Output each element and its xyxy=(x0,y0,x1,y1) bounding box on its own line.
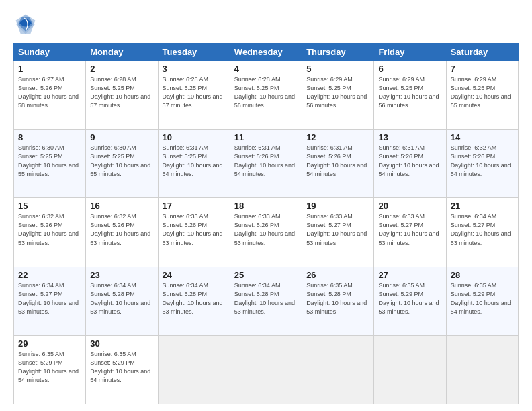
day-number: 29 xyxy=(18,338,81,349)
day-number: 13 xyxy=(378,132,441,142)
col-header-friday: Friday xyxy=(374,44,446,61)
day-number: 5 xyxy=(306,64,369,74)
day-number: 30 xyxy=(90,338,153,349)
col-header-sunday: Sunday xyxy=(14,44,86,61)
calendar-cell: 21Sunrise: 6:34 AMSunset: 5:27 PMDayligh… xyxy=(446,198,518,267)
day-detail: Sunrise: 6:31 AMSunset: 5:26 PMDaylight:… xyxy=(234,144,298,179)
day-detail: Sunrise: 6:28 AMSunset: 5:25 PMDaylight:… xyxy=(90,75,153,110)
calendar-cell: 22Sunrise: 6:34 AMSunset: 5:27 PMDayligh… xyxy=(14,267,86,335)
day-detail: Sunrise: 6:35 AMSunset: 5:29 PMDaylight:… xyxy=(90,350,153,385)
day-number: 21 xyxy=(451,201,514,211)
col-header-thursday: Thursday xyxy=(302,44,374,61)
day-detail: Sunrise: 6:31 AMSunset: 5:26 PMDaylight:… xyxy=(306,144,369,179)
calendar-cell: 24Sunrise: 6:34 AMSunset: 5:28 PMDayligh… xyxy=(158,267,230,335)
calendar-cell: 30Sunrise: 6:35 AMSunset: 5:29 PMDayligh… xyxy=(86,335,158,404)
day-number: 20 xyxy=(378,201,441,211)
day-number: 23 xyxy=(90,270,153,280)
day-detail: Sunrise: 6:30 AMSunset: 5:25 PMDaylight:… xyxy=(90,144,153,179)
day-detail: Sunrise: 6:34 AMSunset: 5:27 PMDaylight:… xyxy=(18,281,81,316)
col-header-saturday: Saturday xyxy=(446,44,518,61)
calendar-cell: 12Sunrise: 6:31 AMSunset: 5:26 PMDayligh… xyxy=(302,130,374,198)
calendar-cell: 10Sunrise: 6:31 AMSunset: 5:25 PMDayligh… xyxy=(158,130,230,198)
day-detail: Sunrise: 6:32 AMSunset: 5:26 PMDaylight:… xyxy=(451,144,514,179)
calendar-cell: 4Sunrise: 6:28 AMSunset: 5:25 PMDaylight… xyxy=(230,61,302,130)
calendar-cell: 26Sunrise: 6:35 AMSunset: 5:28 PMDayligh… xyxy=(302,267,374,335)
calendar-cell: 19Sunrise: 6:33 AMSunset: 5:27 PMDayligh… xyxy=(302,198,374,267)
day-number: 9 xyxy=(90,132,153,142)
calendar-cell: 11Sunrise: 6:31 AMSunset: 5:26 PMDayligh… xyxy=(230,130,302,198)
day-detail: Sunrise: 6:33 AMSunset: 5:27 PMDaylight:… xyxy=(306,212,369,247)
day-number: 10 xyxy=(163,132,226,142)
day-number: 22 xyxy=(18,270,81,280)
day-detail: Sunrise: 6:29 AMSunset: 5:25 PMDaylight:… xyxy=(306,75,369,110)
day-detail: Sunrise: 6:35 AMSunset: 5:29 PMDaylight:… xyxy=(378,281,441,316)
page: SundayMondayTuesdayWednesdayThursdayFrid… xyxy=(0,0,532,411)
day-number: 27 xyxy=(378,270,441,280)
calendar-cell: 29Sunrise: 6:35 AMSunset: 5:29 PMDayligh… xyxy=(14,335,86,404)
calendar-cell: 13Sunrise: 6:31 AMSunset: 5:26 PMDayligh… xyxy=(374,130,446,198)
day-number: 18 xyxy=(234,201,298,211)
day-number: 4 xyxy=(234,64,298,74)
calendar-cell xyxy=(446,335,518,404)
day-detail: Sunrise: 6:31 AMSunset: 5:25 PMDaylight:… xyxy=(163,144,226,179)
calendar-cell: 27Sunrise: 6:35 AMSunset: 5:29 PMDayligh… xyxy=(374,267,446,335)
logo xyxy=(13,12,42,36)
col-header-wednesday: Wednesday xyxy=(230,44,302,61)
calendar-cell: 18Sunrise: 6:33 AMSunset: 5:26 PMDayligh… xyxy=(230,198,302,267)
day-number: 26 xyxy=(306,270,369,280)
header xyxy=(13,12,519,36)
calendar-cell: 2Sunrise: 6:28 AMSunset: 5:25 PMDaylight… xyxy=(86,61,158,130)
logo-icon xyxy=(13,12,38,36)
calendar-cell: 7Sunrise: 6:29 AMSunset: 5:25 PMDaylight… xyxy=(446,61,518,130)
col-header-tuesday: Tuesday xyxy=(158,44,230,61)
col-header-monday: Monday xyxy=(86,44,158,61)
day-detail: Sunrise: 6:35 AMSunset: 5:29 PMDaylight:… xyxy=(18,350,81,385)
day-number: 2 xyxy=(90,64,153,74)
day-detail: Sunrise: 6:29 AMSunset: 5:25 PMDaylight:… xyxy=(451,75,514,110)
week-row-2: 8Sunrise: 6:30 AMSunset: 5:25 PMDaylight… xyxy=(14,130,519,198)
day-detail: Sunrise: 6:33 AMSunset: 5:27 PMDaylight:… xyxy=(378,212,441,247)
day-detail: Sunrise: 6:33 AMSunset: 5:26 PMDaylight:… xyxy=(163,212,226,247)
day-number: 11 xyxy=(234,132,298,142)
day-number: 3 xyxy=(163,64,226,74)
calendar-cell: 14Sunrise: 6:32 AMSunset: 5:26 PMDayligh… xyxy=(446,130,518,198)
week-row-1: 1Sunrise: 6:27 AMSunset: 5:26 PMDaylight… xyxy=(14,61,519,130)
calendar-cell xyxy=(302,335,374,404)
calendar-cell: 17Sunrise: 6:33 AMSunset: 5:26 PMDayligh… xyxy=(158,198,230,267)
day-number: 12 xyxy=(306,132,369,142)
calendar-table: SundayMondayTuesdayWednesdayThursdayFrid… xyxy=(13,43,519,404)
calendar-cell: 16Sunrise: 6:32 AMSunset: 5:26 PMDayligh… xyxy=(86,198,158,267)
day-number: 1 xyxy=(18,64,81,74)
day-detail: Sunrise: 6:27 AMSunset: 5:26 PMDaylight:… xyxy=(18,75,81,110)
day-number: 14 xyxy=(451,132,514,142)
week-row-3: 15Sunrise: 6:32 AMSunset: 5:26 PMDayligh… xyxy=(14,198,519,267)
week-row-5: 29Sunrise: 6:35 AMSunset: 5:29 PMDayligh… xyxy=(14,335,519,404)
calendar-cell: 3Sunrise: 6:28 AMSunset: 5:25 PMDaylight… xyxy=(158,61,230,130)
day-detail: Sunrise: 6:34 AMSunset: 5:27 PMDaylight:… xyxy=(451,212,514,247)
day-detail: Sunrise: 6:31 AMSunset: 5:26 PMDaylight:… xyxy=(378,144,441,179)
calendar-cell xyxy=(374,335,446,404)
calendar-cell: 28Sunrise: 6:35 AMSunset: 5:29 PMDayligh… xyxy=(446,267,518,335)
calendar-cell: 25Sunrise: 6:34 AMSunset: 5:28 PMDayligh… xyxy=(230,267,302,335)
day-number: 7 xyxy=(451,64,514,74)
calendar-cell: 6Sunrise: 6:29 AMSunset: 5:25 PMDaylight… xyxy=(374,61,446,130)
day-detail: Sunrise: 6:28 AMSunset: 5:25 PMDaylight:… xyxy=(163,75,226,110)
day-detail: Sunrise: 6:32 AMSunset: 5:26 PMDaylight:… xyxy=(18,212,81,247)
day-detail: Sunrise: 6:28 AMSunset: 5:25 PMDaylight:… xyxy=(234,75,298,110)
day-number: 8 xyxy=(18,132,81,142)
day-detail: Sunrise: 6:35 AMSunset: 5:28 PMDaylight:… xyxy=(306,281,369,316)
day-detail: Sunrise: 6:30 AMSunset: 5:25 PMDaylight:… xyxy=(18,144,81,179)
week-row-4: 22Sunrise: 6:34 AMSunset: 5:27 PMDayligh… xyxy=(14,267,519,335)
day-number: 28 xyxy=(451,270,514,280)
calendar-cell: 5Sunrise: 6:29 AMSunset: 5:25 PMDaylight… xyxy=(302,61,374,130)
day-number: 25 xyxy=(234,270,298,280)
day-number: 17 xyxy=(163,201,226,211)
day-number: 16 xyxy=(90,201,153,211)
day-number: 24 xyxy=(163,270,226,280)
calendar-cell: 20Sunrise: 6:33 AMSunset: 5:27 PMDayligh… xyxy=(374,198,446,267)
calendar-cell: 15Sunrise: 6:32 AMSunset: 5:26 PMDayligh… xyxy=(14,198,86,267)
day-number: 19 xyxy=(306,201,369,211)
calendar-cell xyxy=(230,335,302,404)
calendar-cell: 8Sunrise: 6:30 AMSunset: 5:25 PMDaylight… xyxy=(14,130,86,198)
day-detail: Sunrise: 6:34 AMSunset: 5:28 PMDaylight:… xyxy=(234,281,298,316)
